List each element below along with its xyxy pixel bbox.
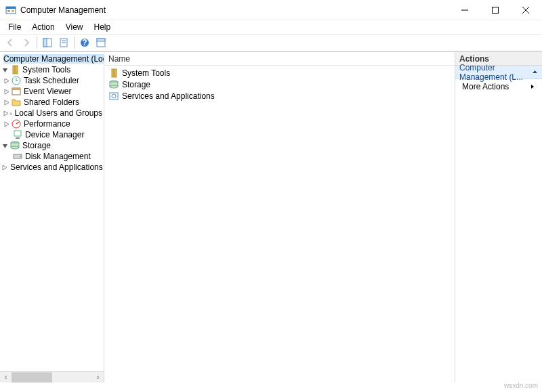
tree-shared-folders[interactable]: Shared Folders — [0, 97, 104, 108]
list-item-label: System Tools — [122, 68, 170, 78]
storage-icon — [9, 140, 20, 151]
tree-storage[interactable]: Storage — [0, 140, 104, 151]
menu-help[interactable]: Help — [89, 21, 117, 33]
forward-button[interactable] — [19, 35, 34, 50]
navigation-tree[interactable]: Computer Management (Local System Tools … — [0, 52, 104, 371]
expander-closed-icon[interactable] — [3, 110, 9, 117]
tree-task-scheduler[interactable]: Task Scheduler — [0, 75, 104, 86]
toolbar-divider — [37, 37, 37, 49]
list-item[interactable]: Services and Applications — [108, 90, 451, 102]
list-pane: Name System Tools Storage Services and A… — [104, 52, 455, 383]
actions-pane: Actions Computer Management (L... More A… — [455, 52, 542, 383]
tree-label: Event Viewer — [24, 87, 71, 96]
watermark: wsxdn.com — [504, 382, 538, 389]
tree-services-apps[interactable]: Services and Applications — [0, 162, 104, 173]
list-item-label: Storage — [122, 80, 150, 89]
device-manager-icon — [12, 129, 23, 140]
svg-rect-16 — [97, 39, 105, 41]
actions-section[interactable]: Computer Management (L... — [455, 66, 542, 79]
tree-system-tools[interactable]: System Tools — [0, 64, 104, 75]
svg-rect-1 — [6, 7, 16, 9]
window-controls — [449, 1, 541, 20]
tree-pane: Computer Management (Local System Tools … — [0, 52, 104, 383]
event-viewer-icon — [11, 86, 22, 97]
tree-disk-management[interactable]: Disk Management — [0, 151, 104, 162]
svg-rect-32 — [16, 137, 20, 139]
maximize-button[interactable] — [480, 1, 510, 20]
svg-rect-3 — [12, 10, 14, 12]
list-body[interactable]: System Tools Storage Services and Applic… — [104, 66, 455, 103]
tree-label: Computer Management (Local — [3, 54, 104, 64]
expander-open-icon[interactable] — [1, 66, 9, 74]
collapse-icon — [532, 68, 538, 77]
scrollbar-track[interactable] — [12, 372, 92, 383]
svg-rect-28 — [10, 114, 12, 114]
svg-rect-9 — [43, 39, 47, 47]
list-item[interactable]: System Tools — [108, 67, 451, 79]
toolbar-divider — [74, 37, 75, 49]
storage-icon — [108, 79, 119, 90]
minimize-button[interactable] — [449, 1, 480, 20]
actions-more[interactable]: More Actions — [455, 79, 542, 94]
content-area: Computer Management (Local System Tools … — [0, 51, 542, 383]
expander-closed-icon[interactable] — [3, 88, 10, 95]
actions-item-label: More Actions — [462, 82, 509, 91]
horizontal-scrollbar[interactable] — [0, 371, 104, 383]
scroll-left-button[interactable] — [0, 372, 12, 383]
shared-folders-icon — [11, 97, 22, 108]
clock-icon — [11, 75, 22, 86]
app-icon — [5, 5, 16, 16]
expander-closed-icon[interactable] — [3, 121, 10, 128]
expander-closed-icon[interactable] — [3, 77, 10, 85]
window-title: Computer Management — [20, 5, 449, 15]
menu-file[interactable]: File — [3, 21, 26, 33]
list-item[interactable]: Storage — [108, 79, 451, 90]
svg-rect-31 — [14, 131, 21, 136]
expander-open-icon[interactable] — [1, 142, 9, 150]
svg-text:?: ? — [82, 38, 87, 47]
tree-event-viewer[interactable]: Event Viewer — [0, 86, 104, 97]
toolbar: ? — [0, 34, 542, 51]
tree-root[interactable]: Computer Management (Local — [0, 53, 104, 64]
tree-label: Storage — [22, 141, 51, 150]
chevron-right-icon — [530, 82, 535, 91]
tree-device-manager[interactable]: Device Manager — [0, 129, 104, 140]
close-button[interactable] — [510, 1, 541, 20]
menu-action[interactable]: Action — [26, 21, 60, 33]
system-tools-icon — [9, 64, 20, 75]
tree-local-users[interactable]: Local Users and Groups — [0, 108, 104, 118]
tree-label: Performance — [24, 119, 70, 129]
svg-rect-40 — [112, 69, 114, 77]
tree-label: Disk Management — [25, 152, 91, 161]
svg-point-26 — [10, 112, 12, 114]
system-tools-icon — [108, 68, 119, 79]
scroll-right-button[interactable] — [92, 372, 104, 383]
expander-closed-icon[interactable] — [3, 99, 10, 106]
users-icon — [9, 108, 13, 118]
menubar: File Action View Help — [0, 20, 542, 34]
svg-rect-20 — [16, 66, 18, 74]
column-name[interactable]: Name — [108, 54, 130, 64]
refresh-button[interactable] — [93, 35, 108, 50]
tree-label: Services and Applications — [10, 162, 103, 172]
disk-icon — [12, 151, 23, 162]
menu-view[interactable]: View — [60, 21, 89, 33]
titlebar: Computer Management — [0, 0, 542, 20]
tree-label: Device Manager — [25, 130, 84, 139]
help-button[interactable]: ? — [77, 35, 92, 50]
svg-point-35 — [11, 146, 19, 149]
tree-label: Shared Folders — [24, 97, 79, 107]
show-hide-tree-button[interactable] — [40, 35, 55, 50]
performance-icon — [11, 118, 22, 129]
tree-performance[interactable]: Performance — [0, 118, 104, 129]
scrollbar-thumb[interactable] — [12, 372, 52, 383]
svg-rect-2 — [7, 10, 10, 12]
tree-label: Task Scheduler — [24, 76, 79, 85]
svg-point-37 — [20, 156, 21, 157]
list-header[interactable]: Name — [104, 52, 455, 66]
properties-button[interactable] — [56, 35, 71, 50]
back-button[interactable] — [3, 35, 18, 50]
expander-closed-icon[interactable] — [1, 164, 7, 171]
svg-point-44 — [110, 85, 118, 88]
svg-rect-41 — [114, 69, 117, 77]
